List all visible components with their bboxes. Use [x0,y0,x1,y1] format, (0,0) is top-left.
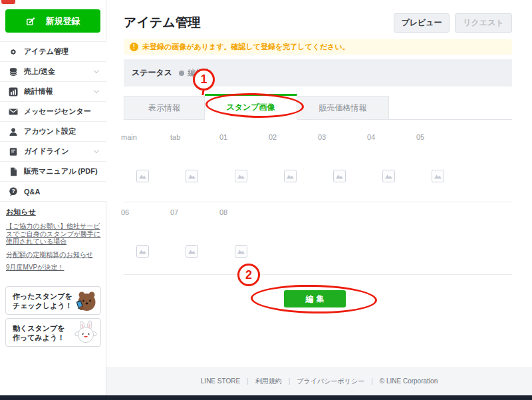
promo-banner-check-stamps[interactable]: 作ったスタンプを チェックしよう！ [5,286,101,315]
annotation-step-2-circle: 2 [237,264,260,286]
sidebar-item-message-center[interactable]: メッセージセンター [0,102,106,122]
stamp-cell: 05 [416,133,466,182]
footer-separator: | [371,377,373,385]
image-placeholder-icon[interactable] [382,170,395,182]
grid-divider [124,274,512,275]
stamp-cell-label: 08 [219,208,269,217]
line-creators-market-page: 新規登録 アイテム管理 売上/送金 統計情報 メッセージセンター [0,0,532,400]
footer-link-line-store[interactable]: LINE STORE [201,377,240,385]
promo-banner-animated-stamps[interactable]: 動くスタンプを 作ってみよう！ [5,318,101,347]
image-placeholder-icon[interactable] [235,170,247,182]
sidebar-item-sales-transfer[interactable]: 売上/送金 [0,62,106,82]
mail-icon [9,107,18,116]
annotation-ellipse-edit-button [251,284,378,314]
stamp-cell-label: 06 [121,208,170,217]
pdf-file-icon [9,167,18,176]
image-placeholder-icon[interactable] [136,170,149,182]
stamp-grid-row-2: 06 07 08 [121,208,269,258]
image-placeholder-icon[interactable] [186,170,198,182]
new-register-button[interactable]: 新規登録 [5,9,100,33]
chevron-down-icon [94,67,99,73]
status-dot-icon [179,71,184,76]
image-placeholder-icon[interactable] [333,170,346,182]
coins-icon [9,67,18,77]
sidebar-menu: アイテム管理 売上/送金 統計情報 メッセージセンター アカウント設定 [0,41,106,202]
request-button[interactable]: リクエスト [455,13,512,33]
warning-icon: ! [130,43,138,51]
chart-icon [9,87,18,97]
footer-link-terms[interactable]: 利用規約 [255,377,282,386]
sidebar-item-label: アカウント設定 [24,126,98,136]
promo-text: 作ったスタンプを チェックしよう！ [13,292,73,310]
image-placeholder-icon[interactable] [432,170,444,182]
status-bar: ステータス 編集中 [124,59,512,87]
guideline-icon [9,147,18,156]
stamp-cell: 02 [269,133,318,182]
sidebar: 新規登録 アイテム管理 売上/送金 統計情報 メッセージセンター [0,0,106,395]
notice-link[interactable]: 分配額の定期精算のお知らせ [6,251,102,259]
sidebar-item-label: アイテム管理 [24,47,98,57]
sidebar-item-label: 売上/送金 [24,67,94,77]
image-placeholder-icon[interactable] [284,170,297,182]
stamp-cell: 06 [121,208,170,258]
svg-text:?: ? [11,188,15,194]
tab-sales-price-info[interactable]: 販売価格情報 [297,96,389,120]
footer: LINE STORE | 利用規約 | プライバシーポリシー | © LINE … [106,367,532,395]
stamp-cell-label: 01 [219,133,269,142]
stamp-cell-label: 05 [416,133,466,142]
brown-bear-character-icon [73,288,98,313]
compose-icon [26,17,35,26]
question-bubble-icon: ? [9,187,18,196]
bottom-dark-bar [0,395,532,400]
notice-link[interactable]: 9月度MVPが決定！ [6,264,102,272]
gear-icon [9,47,18,57]
status-label: ステータス [132,67,172,79]
stamp-cell: 04 [367,133,416,182]
warning-text: 未登録の画像があります。確認して登録を完了してください。 [142,42,350,52]
image-placeholder-icon[interactable] [235,245,247,258]
page-title: アイテム管理 [124,14,201,31]
cony-rabbit-character-icon [73,320,98,345]
notice-heading: お知らせ [6,207,102,217]
sidebar-item-qa[interactable]: ? Q&A [0,182,106,202]
stamp-cell-label: tab [170,133,219,142]
footer-link-privacy[interactable]: プライバシーポリシー [297,377,364,386]
stamp-cell: 08 [219,208,269,258]
sidebar-item-sales-manual[interactable]: 販売マニュアル (PDF) [0,162,106,182]
stamp-cell-label: main [121,133,170,142]
notice-section: お知らせ 【ご協力のお願い】他社サービスでご自身のスタンプが勝手に使用されている… [6,207,102,277]
stamp-cell-label: 03 [318,133,367,142]
grid-divider [124,202,512,202]
stamp-cell: 03 [318,133,367,182]
preview-button[interactable]: プレビュー [394,13,450,33]
sidebar-item-label: 販売マニュアル (PDF) [24,166,98,176]
chevron-down-icon [94,87,99,93]
stamp-cell-label: 07 [170,208,219,217]
stamp-grid-row-1: main tab 01 02 03 04 05 [121,133,466,182]
footer-copyright: © LINE Corporation [380,377,438,385]
annotation-step-1-circle: 1 [193,69,215,91]
chevron-down-icon [94,147,99,152]
sidebar-item-guidelines[interactable]: ガイドライン [0,142,106,162]
sidebar-item-label: メッセージセンター [24,106,98,116]
tab-display-info[interactable]: 表示情報 [124,96,205,120]
image-placeholder-icon[interactable] [136,245,149,258]
promo-text: 動くスタンプを 作ってみよう！ [13,323,73,342]
new-register-label: 新規登録 [46,15,80,27]
sidebar-item-label: Q&A [24,188,98,196]
sidebar-item-label: 統計情報 [24,87,94,97]
sidebar-item-label: ガイドライン [24,146,94,156]
stamp-cell: tab [170,133,219,182]
footer-separator: | [289,377,291,385]
sidebar-item-item-management[interactable]: アイテム管理 [0,42,106,62]
stamp-cell: main [121,133,170,182]
image-placeholder-icon[interactable] [186,245,198,258]
tab-bar: 表示情報 スタンプ画像 販売価格情報 [124,94,512,120]
sidebar-item-statistics[interactable]: 統計情報 [0,82,106,102]
stamp-cell: 07 [170,208,219,258]
stamp-cell-label: 04 [367,133,416,142]
browser-corner-artifact [1,0,15,4]
stamp-cell-label: 02 [269,133,318,142]
notice-link[interactable]: 【ご協力のお願い】他社サービスでご自身のスタンプが勝手に使用されている場合 [6,222,102,246]
sidebar-item-account-settings[interactable]: アカウント設定 [0,122,106,142]
